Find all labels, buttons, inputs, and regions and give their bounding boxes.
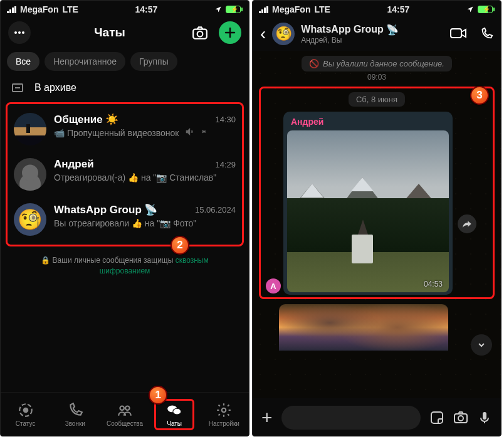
gear-icon (216, 402, 232, 418)
archived-row[interactable]: В архиве (1, 77, 249, 98)
svg-point-7 (120, 406, 124, 410)
filter-groups[interactable]: Группы (130, 52, 177, 71)
archive-icon (12, 83, 23, 92)
chat-header: ‹ 🧐 WhatsApp Group📡 Андрей, Вы (253, 17, 501, 51)
annotation-badge-3: 3 (470, 86, 489, 105)
next-message-photo[interactable] (279, 304, 448, 351)
avatar (14, 158, 46, 191)
chevron-down-icon (476, 340, 486, 350)
tab-settings[interactable]: Настройки (204, 402, 244, 427)
missed-video-icon: 📹 (54, 128, 65, 138)
new-chat-button[interactable] (219, 21, 241, 44)
compose-bar: + (253, 399, 501, 436)
forward-button[interactable] (458, 214, 476, 233)
camera-button[interactable] (453, 410, 468, 425)
video-call-button[interactable] (449, 27, 467, 40)
chat-preview: Отреагировал(-а) 👍 на "📷 Станислав" (54, 172, 236, 184)
pin-icon (199, 127, 207, 135)
message-photo[interactable]: 04:53 (287, 130, 449, 292)
battery-icon: ⚡ (478, 6, 495, 13)
svg-rect-16 (483, 412, 486, 420)
svg-point-4 (197, 31, 203, 37)
svg-rect-13 (431, 412, 443, 423)
message-highlight: Сб, 8 июня 3 Андрей 04:53 A (259, 87, 495, 299)
ellipsis-icon (14, 31, 25, 34)
avatar: 🧐 (14, 203, 46, 236)
tab-chats[interactable]: Чаты 1 (154, 399, 194, 430)
archived-label: В архиве (34, 82, 76, 93)
status-bar: MegaFon LTE 14:57 ⚡ (253, 1, 501, 17)
incoming-message[interactable]: Андрей 04:53 A (283, 112, 453, 295)
date-separator: Сб, 8 июня (349, 92, 405, 107)
encryption-notice: 🔒 Ваши личные сообщения защищы сквозным … (1, 246, 249, 285)
status-icon (18, 402, 34, 418)
chats-screen: MegaFon LTE 14:57 ⚡ Чаты Все Непрочитанн… (0, 0, 249, 436)
signal-icon (259, 6, 268, 13)
tab-status[interactable]: Статус (6, 402, 46, 427)
chat-list-highlight: Общение ☀️ 14:30 📹 Пропущенный видеозвон… (6, 102, 244, 246)
deleted-time: 09:03 (367, 73, 386, 82)
scroll-to-bottom-button[interactable] (471, 334, 492, 356)
tab-bar: Статус Звонки Сообщества Чаты 1 Настройк… (1, 392, 249, 436)
chat-time: 14:29 (215, 160, 236, 169)
chat-time: 14:30 (215, 115, 236, 124)
svg-point-10 (173, 408, 181, 415)
chat-name: Андрей (54, 158, 94, 171)
avatar (14, 113, 46, 145)
clock: 14:57 (387, 4, 410, 14)
chat-title-area[interactable]: WhatsApp Group📡 Андрей, Вы (301, 24, 443, 45)
network: LTE (314, 4, 330, 14)
annotation-badge-1: 1 (149, 386, 167, 405)
signal-icon (7, 6, 16, 13)
sender-avatar: A (266, 278, 281, 294)
sender-name: Андрей (287, 115, 449, 130)
tab-communities[interactable]: Сообщества (105, 402, 145, 427)
carrier: MegaFon (272, 4, 310, 14)
svg-point-0 (14, 31, 17, 34)
filter-all[interactable]: Все (7, 52, 39, 71)
communities-icon (117, 402, 133, 418)
chats-header: Чаты (1, 17, 249, 48)
chat-row[interactable]: Андрей 14:29 Отреагировал(-а) 👍 на "📷 Ст… (9, 152, 241, 197)
message-time: 04:53 (424, 280, 443, 288)
satellite-icon: 📡 (386, 24, 399, 36)
camera-button[interactable] (189, 21, 211, 44)
mic-button[interactable] (477, 410, 492, 425)
svg-point-2 (22, 31, 24, 34)
camera-icon (192, 26, 208, 40)
back-button[interactable]: ‹ (260, 24, 266, 44)
sticker-button[interactable] (429, 410, 444, 425)
location-icon (466, 6, 474, 13)
plus-icon (224, 27, 236, 38)
status-bar: MegaFon LTE 14:57 ⚡ (1, 1, 249, 17)
chat-time: 15.06.2024 (195, 205, 236, 214)
attach-button[interactable]: + (261, 407, 273, 428)
group-avatar[interactable]: 🧐 (272, 23, 295, 45)
phone-icon (67, 402, 83, 418)
deleted-message: 🚫Вы удалили данное сообщение. 09:03 (253, 56, 501, 82)
mute-icon (185, 127, 194, 136)
battery-icon: ⚡ (226, 6, 243, 13)
block-icon: 🚫 (309, 59, 319, 68)
tab-calls[interactable]: Звонки (55, 402, 95, 427)
chat-preview: 📹 Пропущенный видеозвонок (54, 127, 236, 139)
svg-point-15 (458, 416, 463, 421)
voice-call-button[interactable] (480, 27, 493, 41)
svg-rect-12 (451, 29, 461, 38)
network: LTE (62, 4, 78, 14)
svg-point-8 (125, 406, 130, 410)
chat-name: WhatsApp Group 📡 (54, 203, 157, 216)
chat-row[interactable]: Общение ☀️ 14:30 📹 Пропущенный видеозвон… (9, 107, 241, 152)
group-chat-screen: MegaFon LTE 14:57 ⚡ ‹ 🧐 WhatsApp Group📡 … (252, 0, 501, 436)
svg-point-1 (18, 31, 21, 34)
clock: 14:57 (135, 4, 158, 14)
chat-row[interactable]: 🧐 WhatsApp Group 📡 15.06.2024 Вы отреаги… (9, 197, 241, 242)
svg-point-6 (23, 408, 28, 412)
message-input[interactable] (281, 406, 421, 430)
location-icon (214, 6, 222, 13)
carrier: MegaFon (20, 4, 58, 14)
messages-area[interactable]: 🚫Вы удалили данное сообщение. 09:03 Сб, … (253, 51, 501, 398)
group-members: Андрей, Вы (301, 36, 443, 45)
more-button[interactable] (8, 21, 31, 44)
filter-unread[interactable]: Непрочитанное (45, 52, 125, 71)
